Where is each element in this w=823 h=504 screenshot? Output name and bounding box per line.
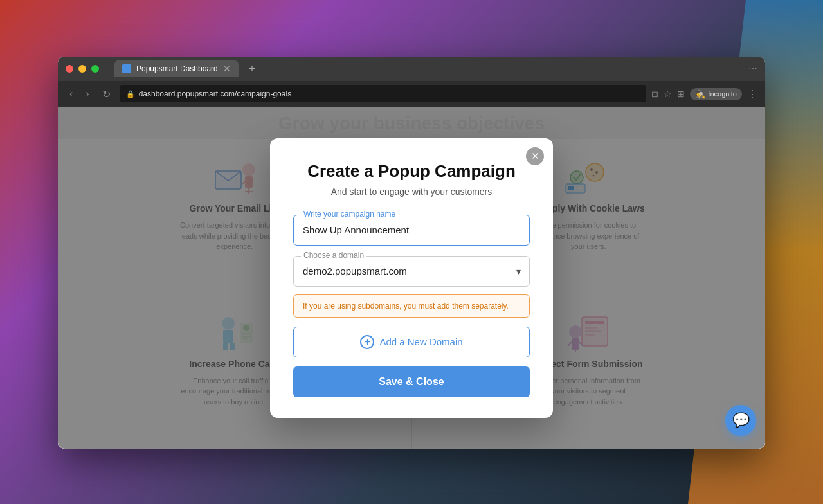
modal-close-button[interactable]: ✕ [526, 147, 544, 165]
address-bar[interactable]: 🔒 dashboard.popupsmart.com/campaign-goal… [120, 86, 647, 102]
close-window-button[interactable] [66, 65, 73, 73]
domain-label: Choose a domain [301, 251, 366, 260]
add-domain-label: Add a New Domain [379, 336, 462, 347]
cast-icon: ⊡ [651, 89, 658, 99]
tab-title: Popupsmart Dashboard [136, 64, 218, 73]
incognito-label: Incognito [708, 90, 737, 98]
chat-button[interactable]: 💬 [725, 405, 756, 436]
back-button[interactable]: ‹ [66, 87, 77, 101]
maximize-window-button[interactable] [91, 65, 99, 73]
url-text: dashboard.popupsmart.com/campaign-goals [139, 89, 291, 98]
modal-dialog: ✕ Create a Popup Campaign And start to e… [270, 138, 553, 418]
campaign-name-group: Write your campaign name [293, 215, 530, 246]
chat-icon: 💬 [732, 412, 750, 429]
page-content: Grow your business objectives Grow Your … [58, 107, 765, 449]
domain-select[interactable]: demo2.popupsmart.com [293, 256, 530, 287]
save-close-button[interactable]: Save & Close [293, 366, 530, 397]
browser-titlebar: Popupsmart Dashboard ✕ + ⋯ [58, 57, 765, 81]
tab-menu-icon[interactable]: ⊞ [677, 89, 685, 99]
tab-favicon [122, 64, 131, 73]
modal-overlay: ✕ Create a Popup Campaign And start to e… [58, 107, 765, 449]
browser-tab[interactable]: Popupsmart Dashboard ✕ [114, 60, 239, 77]
subdomain-warning: If you are using subdomains, you must ad… [293, 294, 530, 318]
toolbar-right: ⊡ ☆ ⊞ 🕵 Incognito ⋮ [651, 88, 757, 100]
minimize-window-button[interactable] [78, 65, 86, 73]
new-tab-button[interactable]: + [249, 62, 256, 76]
lock-icon: 🔒 [126, 90, 135, 98]
domain-select-group: Choose a domain demo2.popupsmart.com ▾ [293, 256, 530, 287]
reload-button[interactable]: ↻ [98, 87, 114, 102]
campaign-name-input[interactable] [293, 215, 530, 246]
window-controls-right: ⋯ [748, 64, 757, 74]
browser-toolbar: ‹ › ↻ 🔒 dashboard.popupsmart.com/campaig… [58, 81, 765, 107]
plus-icon: + [360, 335, 374, 349]
tab-close-button[interactable]: ✕ [223, 64, 231, 74]
modal-title: Create a Popup Campaign [293, 161, 530, 181]
bookmark-icon[interactable]: ☆ [664, 89, 672, 99]
forward-button[interactable]: › [82, 87, 93, 101]
browser-window: Popupsmart Dashboard ✕ + ⋯ ‹ › ↻ 🔒 dashb… [58, 57, 765, 449]
chrome-menu-icon[interactable]: ⋮ [747, 88, 757, 100]
modal-subtitle: And start to engage with your customers [293, 186, 530, 197]
incognito-badge: 🕵 Incognito [690, 88, 742, 100]
campaign-name-label: Write your campaign name [301, 210, 398, 219]
add-domain-button[interactable]: + Add a New Domain [293, 327, 530, 357]
